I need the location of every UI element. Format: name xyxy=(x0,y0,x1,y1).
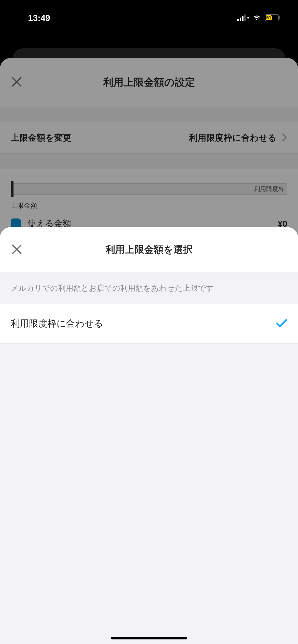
battery-icon: 51 xyxy=(265,14,280,21)
picker-header: 利用上限金額を選択 xyxy=(0,227,298,272)
picker-title: 利用上限金額を選択 xyxy=(105,243,193,256)
cellular-icon xyxy=(237,14,249,21)
picker-description: メルカリでの利用額とお店での利用額をあわせた上限です xyxy=(0,272,298,304)
picker-option-label: 利用限度枠に合わせる xyxy=(11,317,103,330)
status-bar: 13:49 51 xyxy=(0,0,298,36)
picker-option[interactable]: 利用限度枠に合わせる xyxy=(0,304,298,344)
status-time: 13:49 xyxy=(28,13,50,23)
battery-pct: 51 xyxy=(266,15,272,20)
status-indicators: 51 xyxy=(237,14,280,21)
close-icon[interactable] xyxy=(11,243,23,256)
check-icon xyxy=(276,319,287,329)
wifi-icon xyxy=(252,15,261,21)
home-indicator[interactable] xyxy=(111,637,187,639)
picker-sheet: 利用上限金額を選択 メルカリでの利用額とお店での利用額をあわせた上限です 利用限… xyxy=(0,227,298,644)
